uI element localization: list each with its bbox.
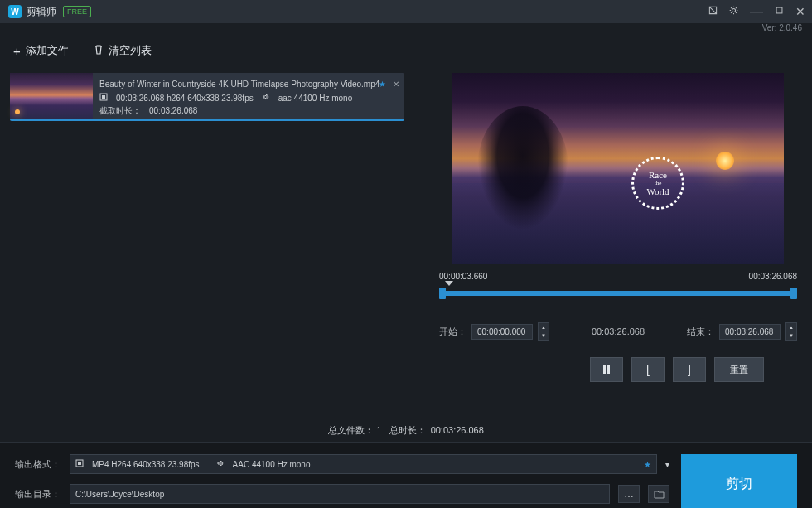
cut-duration-label: 截取时长： bbox=[99, 104, 141, 117]
file-item[interactable]: Beauty of Winter in Countryside 4K UHD T… bbox=[10, 73, 404, 121]
output-dir-input[interactable]: C:\Users\Joyce\Desktop bbox=[70, 484, 610, 504]
add-file-button[interactable]: + 添加文件 bbox=[13, 43, 69, 58]
mark-out-button[interactable]: ] bbox=[673, 357, 706, 382]
video-info: 00:03:26.068 h264 640x338 23.98fps bbox=[116, 92, 254, 104]
file-name: Beauty of Winter in Countryside 4K UHD T… bbox=[99, 78, 398, 90]
clear-list-button[interactable]: 清空列表 bbox=[94, 43, 152, 58]
svg-rect-5 bbox=[607, 365, 610, 374]
chevron-down-icon[interactable]: ▼ bbox=[786, 331, 796, 340]
edit-icon[interactable] bbox=[708, 6, 718, 17]
output-panel: 输出格式： MP4 H264 640x338 23.98fps AAC 4410… bbox=[0, 442, 812, 508]
start-time-label: 开始： bbox=[439, 326, 466, 338]
chevron-down-icon[interactable]: ▼ bbox=[539, 331, 549, 340]
mark-in-button[interactable]: [ bbox=[631, 357, 665, 382]
video-meta-icon bbox=[99, 92, 108, 104]
end-time-label: 结束： bbox=[687, 326, 714, 338]
minimize-icon[interactable]: — bbox=[750, 4, 763, 19]
pause-button[interactable] bbox=[590, 357, 623, 382]
remove-file-icon[interactable]: ✕ bbox=[393, 78, 399, 90]
version-label: Ver: 2.0.46 bbox=[0, 23, 812, 38]
cut-duration-value: 00:03:26.068 bbox=[149, 104, 197, 117]
app-logo: W bbox=[8, 5, 22, 18]
watermark: Race the World bbox=[631, 157, 684, 210]
titlebar: W 剪辑师 FREE — ✕ bbox=[0, 0, 812, 23]
browse-button[interactable]: … bbox=[618, 485, 640, 503]
file-list: Beauty of Winter in Countryside 4K UHD T… bbox=[0, 63, 414, 419]
reset-button[interactable]: 重置 bbox=[714, 357, 764, 382]
video-preview[interactable]: Race the World bbox=[452, 73, 784, 264]
preview-pane: Race the World 00:00:03.660 00:03:26.068… bbox=[414, 63, 812, 419]
end-time-input[interactable]: 00:03:26.068 bbox=[719, 324, 781, 340]
app-title: 剪辑师 bbox=[27, 5, 56, 19]
audio-info: aac 44100 Hz mono bbox=[278, 92, 353, 104]
cut-button[interactable]: 剪切 bbox=[681, 454, 797, 508]
output-dir-label: 输出目录： bbox=[15, 488, 61, 501]
svg-point-0 bbox=[732, 8, 735, 12]
svg-rect-3 bbox=[102, 95, 105, 99]
chevron-down-icon[interactable]: ▾ bbox=[665, 460, 669, 469]
audio-format-icon bbox=[216, 459, 225, 469]
status-bar: 总文件数： 1 总时长： 00:03:26.068 bbox=[0, 419, 812, 442]
favorite-icon[interactable]: ★ bbox=[379, 78, 386, 90]
start-time-stepper[interactable]: ▲ ▼ bbox=[538, 322, 549, 341]
output-format-label: 输出格式： bbox=[15, 458, 61, 471]
svg-rect-7 bbox=[78, 462, 81, 465]
file-thumbnail bbox=[10, 73, 93, 119]
trim-end-handle[interactable] bbox=[790, 288, 797, 299]
chevron-up-icon[interactable]: ▲ bbox=[786, 323, 796, 331]
start-time-input[interactable]: 00:00:00.000 bbox=[471, 324, 533, 340]
svg-rect-4 bbox=[603, 365, 606, 374]
open-folder-button[interactable] bbox=[648, 485, 669, 503]
maximize-icon[interactable] bbox=[775, 6, 784, 17]
audio-meta-icon bbox=[262, 92, 270, 104]
playhead-icon[interactable] bbox=[445, 281, 453, 286]
toolbar: + 添加文件 清空列表 bbox=[0, 38, 812, 63]
trim-start-handle[interactable] bbox=[439, 288, 446, 299]
format-star-icon[interactable]: ★ bbox=[644, 460, 651, 469]
output-format-select[interactable]: MP4 H264 640x338 23.98fps AAC 44100 Hz m… bbox=[70, 454, 657, 474]
timeline-start-time: 00:00:03.660 bbox=[439, 272, 487, 281]
output-dir-value: C:\Users\Joyce\Desktop bbox=[75, 490, 164, 499]
timeline-track[interactable] bbox=[439, 291, 797, 296]
video-format-icon bbox=[75, 459, 84, 469]
end-time-stepper[interactable]: ▲ ▼ bbox=[785, 322, 797, 341]
video-format-value: MP4 H264 640x338 23.98fps bbox=[92, 460, 200, 469]
svg-rect-1 bbox=[776, 7, 782, 13]
plus-icon: + bbox=[13, 44, 21, 58]
clear-list-label: 清空列表 bbox=[109, 43, 152, 58]
free-badge: FREE bbox=[63, 6, 91, 17]
settings-icon[interactable] bbox=[729, 6, 738, 17]
close-icon[interactable]: ✕ bbox=[795, 5, 805, 18]
current-time: 00:03:26.068 bbox=[592, 327, 645, 336]
timeline[interactable] bbox=[439, 284, 797, 304]
audio-format-value: AAC 44100 Hz mono bbox=[233, 460, 311, 469]
trash-icon bbox=[94, 44, 104, 57]
add-file-label: 添加文件 bbox=[26, 43, 69, 58]
chevron-up-icon[interactable]: ▲ bbox=[539, 323, 549, 331]
timeline-end-time: 00:03:26.068 bbox=[749, 272, 797, 281]
